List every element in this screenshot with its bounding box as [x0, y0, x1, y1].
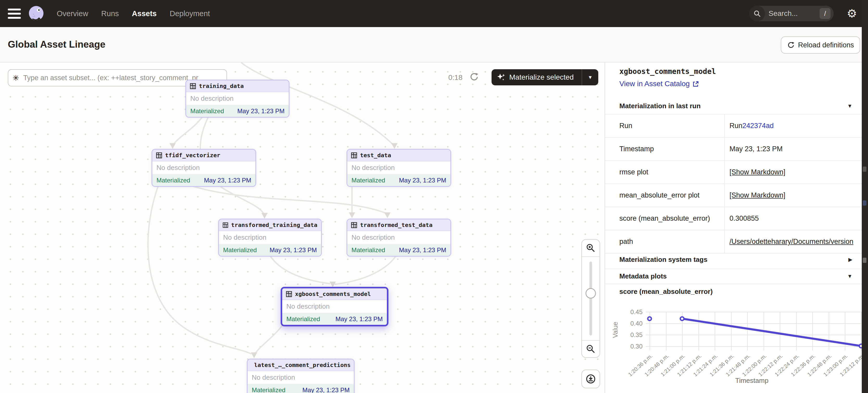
y-tick-label: 0.30 — [627, 343, 643, 350]
refresh-icon — [787, 41, 795, 49]
asset-name: training_data — [199, 83, 244, 89]
asset-node-training-data[interactable]: training_data No description Materialize… — [185, 79, 289, 118]
status-badge: Materialized — [190, 107, 224, 115]
nav-item-runs[interactable]: Runs — [101, 9, 119, 18]
materialization-timestamp: May 23, 1:23 PM — [336, 316, 383, 323]
x-gridline — [682, 312, 683, 351]
row-value: May 23, 1:23 PM — [724, 138, 862, 160]
table-row-mae-plot: mean_absolute_error plot [Show Markdown] — [605, 184, 862, 207]
section-system-tags[interactable]: Materialization system tags ▶ — [605, 250, 862, 269]
page-title: Global Asset Lineage — [8, 39, 105, 50]
reload-definitions-button[interactable]: Reload definitions — [781, 36, 860, 54]
nav-item-deployment[interactable]: Deployment — [170, 9, 210, 18]
external-link-icon — [692, 80, 699, 88]
asset-description: No description — [248, 371, 354, 384]
y-gridline — [646, 323, 862, 324]
sparkle-icon — [497, 73, 505, 82]
y-tick-label: 0.40 — [627, 320, 643, 327]
x-gridline — [699, 312, 699, 351]
show-markdown-link[interactable]: [Show Markdown] — [730, 191, 785, 199]
asset-details-panel: xgboost_comments_model View in Asset Cat… — [604, 62, 862, 393]
search-input[interactable] — [768, 9, 811, 18]
asset-subset-icon: ✳ — [12, 73, 19, 83]
asset-node-xgboost-comments-model[interactable]: xgboost_comments_model No description Ma… — [281, 287, 389, 326]
x-gridline — [764, 312, 764, 351]
zoom-slider-knob[interactable] — [586, 288, 596, 298]
asset-description: No description — [219, 231, 321, 244]
x-gridline — [715, 312, 715, 351]
table-row-run: Run Run 242374ad — [605, 114, 862, 138]
materialization-timestamp: May 23, 1:23 PM — [399, 177, 446, 184]
search-shortcut-badge: / — [819, 8, 831, 19]
run-id-link[interactable]: 242374ad — [743, 122, 774, 130]
show-markdown-link[interactable]: [Show Markdown] — [730, 168, 785, 176]
download-image-button[interactable] — [581, 369, 600, 388]
window-edge — [862, 0, 868, 393]
nav-item-assets[interactable]: Assets — [132, 9, 157, 18]
table-icon — [351, 152, 357, 159]
zoom-slider[interactable] — [582, 257, 599, 340]
zoom-in-button[interactable] — [582, 240, 599, 257]
section-label: Materialization in last run — [619, 102, 701, 110]
asset-description: No description — [282, 300, 387, 314]
asset-name: xgboost_comments_model — [295, 291, 371, 297]
section-materialization-last-run[interactable]: Materialization in last run ▼ — [605, 98, 862, 114]
asset-node-transformed-test-data[interactable]: transformed_test_data No description Mat… — [346, 219, 451, 257]
row-label: rmse plot — [605, 168, 724, 176]
global-search[interactable]: / — [749, 6, 834, 21]
expand-caret-icon[interactable]: ▶ — [848, 256, 852, 263]
page-header: Global Asset Lineage Reload definitions — [0, 27, 868, 62]
view-in-asset-catalog-link[interactable]: View in Asset Catalog — [619, 79, 699, 88]
table-row-timestamp: Timestamp May 23, 1:23 PM — [605, 138, 862, 161]
y-gridline — [646, 335, 862, 335]
section-metadata-plots[interactable]: Metadata plots ▼ — [605, 269, 862, 284]
nav-item-overview[interactable]: Overview — [57, 9, 88, 18]
graph-refresh-icon[interactable] — [469, 72, 479, 82]
asset-description: No description — [347, 161, 451, 175]
dagster-app: Overview Runs Assets Deployment / ⚙ Glob… — [0, 0, 868, 393]
row-label: path — [605, 238, 724, 246]
settings-gear-icon[interactable]: ⚙ — [847, 7, 857, 20]
table-row-rmse-plot: rmse plot [Show Markdown] — [605, 161, 862, 184]
asset-name: latest_…_comment_predictions — [254, 362, 351, 368]
materialize-selected-label: Materialize selected — [509, 73, 574, 81]
top-nav: Overview Runs Assets Deployment / ⚙ — [0, 0, 868, 27]
status-badge: Materialized — [351, 177, 385, 184]
collapse-caret-icon[interactable]: ▼ — [847, 273, 852, 279]
section-label: Materialization system tags — [619, 256, 707, 264]
zoom-out-button[interactable] — [582, 340, 599, 357]
materialize-dropdown-caret[interactable]: ▾ — [582, 74, 598, 81]
y-gridline — [646, 346, 862, 347]
menu-icon[interactable] — [8, 7, 22, 20]
materialization-timestamp: May 23, 1:23 PM — [399, 247, 446, 254]
asset-name: tfidf_vectorizer — [165, 152, 220, 159]
selected-asset-name: xgboost_comments_model — [619, 67, 716, 76]
asset-node-transformed-training-data[interactable]: transformed_training_data No description… — [218, 219, 322, 257]
nav-links: Overview Runs Assets Deployment — [57, 9, 210, 18]
x-gridline — [796, 312, 797, 351]
asset-description: No description — [186, 92, 289, 105]
collapse-caret-icon[interactable]: ▼ — [847, 103, 852, 109]
zoom-slider-track[interactable] — [589, 262, 592, 335]
refresh-timer: 0:18 — [448, 73, 463, 82]
asset-node-tfidf-vectorizer[interactable]: tfidf_vectorizer No description Material… — [152, 149, 256, 187]
materialize-selected-button[interactable]: Materialize selected ▾ — [492, 69, 598, 85]
table-icon — [351, 222, 357, 228]
asset-graph-canvas[interactable]: ✳ 0:18 Materialize selected ▾ training_d… — [0, 62, 604, 393]
materialization-timestamp: May 23, 1:23 PM — [238, 107, 285, 115]
status-badge: Materialized — [286, 316, 320, 323]
reload-definitions-label: Reload definitions — [798, 41, 854, 49]
table-icon — [156, 152, 162, 159]
y-axis-label: Value — [612, 322, 619, 338]
dagster-logo-icon[interactable] — [27, 4, 45, 23]
x-gridline — [731, 312, 732, 351]
section-label: Metadata plots — [619, 272, 667, 280]
row-label: Run — [605, 122, 724, 130]
asset-node-latest-comment-predictions[interactable]: latest_…_comment_predictions No descript… — [247, 359, 354, 393]
status-badge: Materialized — [223, 247, 257, 254]
catalog-link-label: View in Asset Catalog — [619, 79, 690, 88]
row-label: Timestamp — [605, 145, 724, 153]
y-gridline — [646, 312, 862, 312]
path-link[interactable]: /Users/odetteharary/Documents/version — [730, 238, 854, 246]
asset-node-test-data[interactable]: test_data No description MaterializedMay… — [346, 149, 451, 187]
